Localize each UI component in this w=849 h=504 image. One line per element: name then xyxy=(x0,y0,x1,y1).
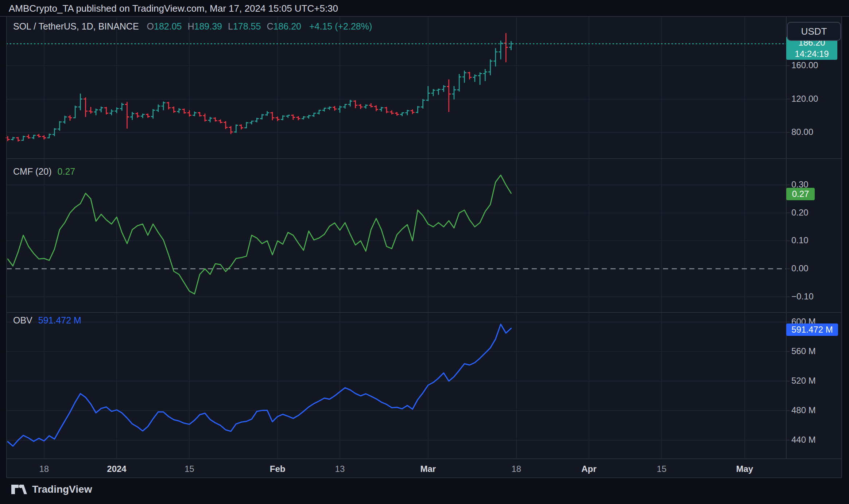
time-axis-tick: 18 xyxy=(39,464,49,474)
ohlc-high: H189.39 xyxy=(188,21,222,32)
cmf-axis-tick: 0.00 xyxy=(791,263,809,274)
obv-axis-tick: 480 M xyxy=(791,405,816,415)
price-axis-tick: 160.00 xyxy=(791,60,818,70)
obv-label[interactable]: OBV xyxy=(13,315,32,326)
cmf-value: 0.27 xyxy=(58,166,75,177)
tradingview-wordmark: TradingView xyxy=(32,484,92,495)
time-axis-tick: 13 xyxy=(335,464,345,474)
obv-value: 591.472 M xyxy=(38,315,81,326)
cmf-axis-tick: −0.10 xyxy=(791,291,814,302)
cmf-legend: CMF (20) 0.27 xyxy=(13,166,75,177)
time-axis-tick: 15 xyxy=(657,464,667,474)
time-axis-tick: Feb xyxy=(270,464,286,474)
ohlc-open: O182.05 xyxy=(147,21,182,32)
tradingview-published-chart: AMBCrypto_TA published on TradingView.co… xyxy=(0,0,849,504)
obv-axis-tick: 440 M xyxy=(791,435,816,445)
time-axis-tick: 18 xyxy=(511,464,521,474)
page-title: AMBCrypto_TA published on TradingView.co… xyxy=(9,3,338,14)
obv-badge: 591.472 M xyxy=(786,323,838,336)
obv-legend: OBV 591.472 M xyxy=(13,315,81,326)
tradingview-link[interactable]: TradingView xyxy=(11,484,92,495)
bar-countdown: 14:24:19 xyxy=(795,48,829,59)
symbol-name[interactable]: SOL / TetherUS, 1D, BINANCE xyxy=(13,21,139,32)
cmf-label[interactable]: CMF (20) xyxy=(13,166,52,177)
time-axis-tick: Apr xyxy=(581,464,596,474)
time-axis-tick: Mar xyxy=(420,464,436,474)
time-axis-tick: May xyxy=(736,464,753,474)
currency-toggle-button[interactable]: USDT xyxy=(787,22,841,41)
price-axis-tick: 80.00 xyxy=(791,127,813,137)
chart-canvas[interactable] xyxy=(0,0,849,504)
tradingview-logo-icon xyxy=(11,484,27,495)
obv-axis-tick: 520 M xyxy=(791,376,816,386)
time-axis-tick: 15 xyxy=(185,464,194,474)
ohlc-low: L178.55 xyxy=(228,21,261,32)
symbol-legend: SOL / TetherUS, 1D, BINANCE O182.05 H189… xyxy=(13,21,372,32)
obv-axis-tick: 560 M xyxy=(791,346,816,356)
cmf-axis-tick: 0.20 xyxy=(791,208,809,218)
cmf-badge: 0.27 xyxy=(786,188,815,200)
price-axis-tick: 120.00 xyxy=(791,94,818,104)
ohlc-close: C186.20 xyxy=(267,21,301,32)
time-axis-tick: 2024 xyxy=(107,464,126,474)
cmf-axis-tick: 0.10 xyxy=(791,235,809,245)
price-change: +4.15 (+2.28%) xyxy=(309,21,372,32)
